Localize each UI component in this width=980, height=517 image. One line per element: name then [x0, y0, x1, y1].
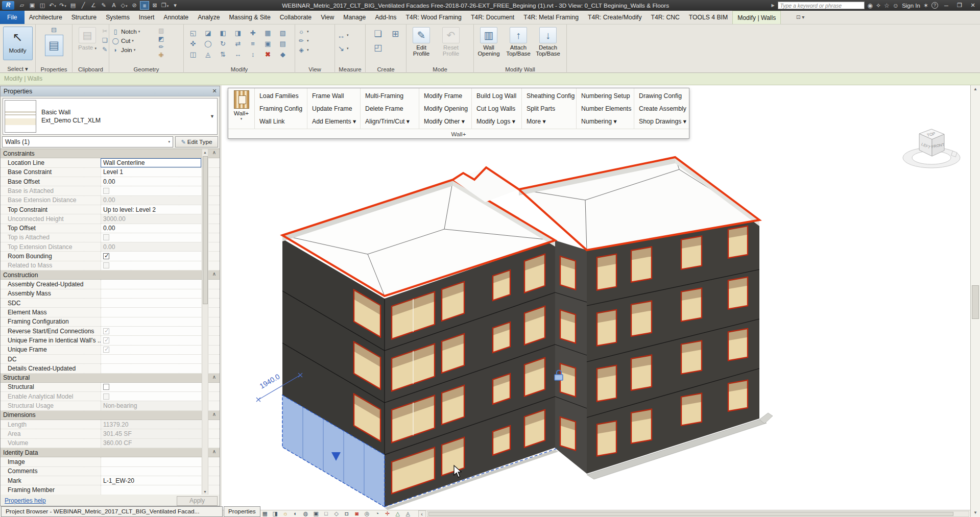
- modify-tool-icon[interactable]: ◫: [188, 50, 198, 59]
- qat-icon[interactable]: ↶: [48, 1, 57, 10]
- infocenter-icon[interactable]: ✧: [876, 2, 881, 9]
- view-control-icon[interactable]: △: [393, 510, 403, 517]
- window[interactable]: [728, 329, 748, 361]
- view-control-icon[interactable]: ▦: [260, 510, 270, 517]
- wallplus-command[interactable]: More ▾: [527, 115, 576, 128]
- clipboard-icon[interactable]: ✎: [102, 46, 108, 53]
- wallplus-command[interactable]: Modify Logs ▾: [476, 115, 521, 128]
- ribbon-tab[interactable]: Massing & Site: [225, 11, 275, 24]
- wallplus-command[interactable]: Align/Trim/Cut ▾: [365, 115, 419, 128]
- modify-tool-icon[interactable]: ↻: [218, 39, 228, 48]
- modify-tool-icon[interactable]: ◨: [233, 28, 243, 38]
- property-value[interactable]: [101, 467, 201, 476]
- clipboard-icon[interactable]: ✂: [102, 28, 108, 35]
- ribbon-tab[interactable]: Collaborate: [275, 11, 316, 24]
- view-control-icon[interactable]: ◐: [291, 510, 301, 517]
- panel-label[interactable]: Modify: [184, 66, 295, 72]
- palette-header[interactable]: Properties ✕: [1, 86, 220, 96]
- modify-tool-icon[interactable]: ↕: [248, 50, 258, 59]
- view-control-icon[interactable]: ☼: [280, 510, 291, 517]
- window[interactable]: [560, 256, 576, 289]
- property-row[interactable]: Top is Attached ∧: [1, 233, 220, 242]
- properties-help-link[interactable]: Properties help: [3, 497, 46, 504]
- window[interactable]: [597, 310, 616, 346]
- wallplus-command[interactable]: Shop Drawings ▾: [639, 115, 689, 128]
- create-icon[interactable]: ◰: [371, 42, 385, 53]
- qat-icon[interactable]: ◇: [119, 1, 129, 10]
- minimize-button[interactable]: ─: [941, 3, 951, 9]
- geometry-command[interactable]: ◗ Join▾: [109, 45, 158, 55]
- property-row[interactable]: Related to Mass ∧: [1, 261, 220, 270]
- property-value[interactable]: [101, 299, 201, 307]
- ribbon-tab[interactable]: View: [316, 11, 339, 24]
- sign-in-button[interactable]: Sign In: [902, 3, 920, 9]
- property-value[interactable]: [101, 336, 201, 344]
- view-control-icon[interactable]: ◍: [301, 510, 311, 517]
- window[interactable]: [524, 254, 545, 293]
- create-icon[interactable]: ⊞: [388, 29, 402, 39]
- property-row[interactable]: Structural ∧: [1, 374, 220, 383]
- modify-tool-icon[interactable]: ▧: [278, 28, 288, 38]
- property-row[interactable]: Dimensions ∧: [1, 411, 220, 420]
- clipboard-icon[interactable]: ❏: [102, 37, 108, 44]
- search-flyout-icon[interactable]: ▶: [771, 3, 774, 8]
- wall-opening-button[interactable]: ▥ WallOpening: [474, 27, 504, 57]
- section-collapse-icon[interactable]: ∧: [212, 271, 216, 277]
- window[interactable]: [442, 282, 464, 321]
- property-value[interactable]: [101, 233, 201, 242]
- qat-icon[interactable]: ✎: [99, 1, 108, 10]
- property-value[interactable]: [101, 308, 201, 316]
- ribbon-tab[interactable]: Insert: [134, 11, 159, 24]
- qat-icon[interactable]: ∠: [89, 1, 98, 10]
- property-row[interactable]: Comments ∧: [1, 467, 220, 476]
- wallplus-command[interactable]: Modify Opening: [424, 103, 471, 115]
- wallplus-command[interactable]: Update Frame: [312, 103, 360, 115]
- qat-icon[interactable]: ╱: [79, 1, 88, 10]
- property-row[interactable]: Framing Configuration ∧: [1, 317, 220, 327]
- wallplus-command[interactable]: Number Elements: [581, 103, 634, 115]
- wallplus-command[interactable]: Add Elements ▾: [312, 115, 360, 128]
- window[interactable]: [631, 301, 652, 336]
- property-value[interactable]: 0.00: [101, 224, 201, 233]
- window[interactable]: [524, 358, 545, 397]
- wallplus-command[interactable]: Load Families: [259, 90, 307, 103]
- infocenter-icon[interactable]: ☺: [893, 2, 899, 9]
- wallplus-command[interactable]: Framing Config: [259, 103, 307, 115]
- geometry-command[interactable]: ▯ Notch▾: [109, 27, 158, 36]
- wallplus-command[interactable]: Build Log Wall: [476, 90, 521, 103]
- modify-tool-icon[interactable]: ◱: [188, 28, 198, 38]
- modify-tool-icon[interactable]: ▦: [262, 28, 273, 38]
- section-collapse-icon[interactable]: ∧: [212, 411, 216, 417]
- property-value[interactable]: [101, 355, 201, 363]
- checkbox[interactable]: [103, 253, 109, 259]
- panel-label[interactable]: Clipboard: [73, 66, 109, 72]
- property-value[interactable]: 0.00: [101, 196, 201, 205]
- tab-properties[interactable]: Properties: [224, 506, 260, 517]
- window[interactable]: [681, 341, 702, 374]
- window[interactable]: [524, 306, 545, 345]
- create-icon[interactable]: ❏: [371, 29, 385, 39]
- wallplus-command[interactable]: Numbering Setup: [581, 90, 634, 103]
- grid-scrollbar[interactable]: ▲ ▼: [202, 149, 208, 495]
- element-filter-select[interactable]: Walls (1)▾: [2, 136, 173, 147]
- vertical-scrollbar[interactable]: ▲ ▼: [970, 85, 980, 517]
- scroll-up-icon[interactable]: ▲: [202, 149, 208, 156]
- property-row[interactable]: Unique Frame ∧: [1, 346, 220, 355]
- property-value[interactable]: 3000.00: [101, 214, 201, 223]
- property-value[interactable]: 0.00: [101, 177, 201, 186]
- search-input[interactable]: [778, 2, 865, 9]
- panel-label[interactable]: Properties: [36, 66, 72, 72]
- property-row[interactable]: Structural ∧: [1, 383, 220, 392]
- property-row[interactable]: Unconnected Height 3000.00 ∧: [1, 214, 220, 224]
- properties-button[interactable]: ▤: [45, 35, 63, 56]
- property-value[interactable]: Up to level: Level 2: [101, 205, 201, 214]
- ribbon-tab[interactable]: Structure: [67, 11, 101, 24]
- modify-tool-icon[interactable]: ▤: [278, 39, 288, 48]
- window[interactable]: [524, 410, 545, 448]
- qat-icon[interactable]: ◫: [38, 1, 47, 10]
- window[interactable]: [681, 236, 702, 269]
- infocenter-icon[interactable]: ☆: [884, 2, 890, 9]
- property-row[interactable]: Image ∧: [1, 457, 220, 466]
- paste-button[interactable]: ▤ Paste ▾: [73, 27, 102, 51]
- property-value[interactable]: [101, 317, 201, 326]
